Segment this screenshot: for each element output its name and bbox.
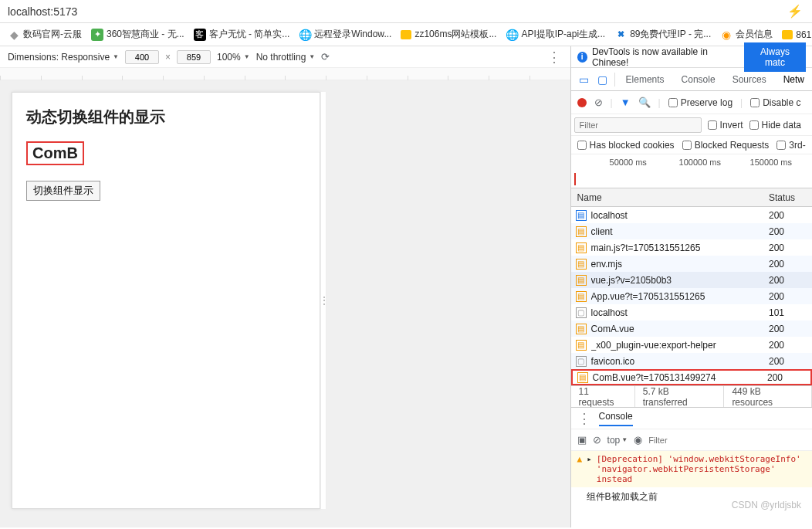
favicon-icon xyxy=(401,30,411,39)
request-status: 101 xyxy=(769,307,812,318)
height-input[interactable] xyxy=(177,50,211,64)
request-status: 200 xyxy=(769,356,812,367)
console-tab[interactable]: Console xyxy=(599,411,633,426)
record-icon[interactable] xyxy=(577,98,587,107)
third-party-checkbox[interactable]: 3rd- xyxy=(776,140,805,151)
bookmark-item[interactable]: 客客户无忧 - 简单实... xyxy=(189,26,295,42)
warning-icon: ▲ xyxy=(577,454,583,484)
search-icon[interactable]: 🔍 xyxy=(638,97,651,108)
request-name: favicon.ico xyxy=(591,356,769,367)
tab-console[interactable]: Console xyxy=(674,70,723,90)
network-row[interactable]: ▤main.js?t=1705131551265200 xyxy=(571,239,812,256)
request-status: 200 xyxy=(769,291,812,302)
info-text: DevTools is now available in Chinese! xyxy=(592,46,739,68)
blocked-req-checkbox[interactable]: Blocked Requests xyxy=(682,140,770,151)
bookmark-item[interactable]: 🌐API提取IP-api生成... xyxy=(501,26,610,42)
clear-icon[interactable]: ⊘ xyxy=(594,97,603,108)
bookmark-item[interactable]: 861 xyxy=(777,28,812,42)
network-row[interactable]: ▤localhost200 xyxy=(571,207,812,223)
request-name: main.js?t=1705131551265 xyxy=(591,242,769,253)
throttle-select[interactable]: No throttling▼ xyxy=(256,52,316,63)
bookmark-item[interactable]: 🌐远程登录Window... xyxy=(294,26,396,42)
file-icon: ▢ xyxy=(576,356,587,367)
filter-icon[interactable]: ▼ xyxy=(621,97,631,108)
network-row[interactable]: ▤ComB.vue?t=1705131499274200 xyxy=(571,369,812,385)
bookmark-item[interactable]: ◆数码官网-云服 xyxy=(3,26,86,42)
expand-icon[interactable]: ▸ xyxy=(587,454,592,484)
context-select[interactable]: top▼ xyxy=(607,435,628,446)
dimensions-select[interactable]: Dimensions: Responsive▼ xyxy=(8,52,119,63)
resize-handle[interactable]: ⋮ xyxy=(320,92,326,509)
console-log[interactable]: 组件B被加载之前 xyxy=(571,487,812,507)
request-status: 200 xyxy=(769,226,812,237)
bookmark-item[interactable]: ✖89免费代理IP - 完... xyxy=(610,26,716,42)
file-icon: ▤ xyxy=(576,226,587,237)
request-status: 200 xyxy=(769,340,812,351)
network-header: Name Status xyxy=(571,188,812,207)
bookmark-label: 远程登录Window... xyxy=(314,28,391,41)
bookmark-item[interactable]: ✦360智慧商业 - 无... xyxy=(86,26,189,42)
console-warning[interactable]: ▲ ▸ [Deprecation] 'window.webkitStorageI… xyxy=(571,451,812,487)
timeline[interactable]: 50000 ms 100000 ms 150000 ms xyxy=(571,154,812,188)
console-body: ▲ ▸ [Deprecation] 'window.webkitStorageI… xyxy=(571,450,812,507)
console-filter[interactable] xyxy=(648,436,806,445)
request-name: client xyxy=(591,226,769,237)
inspect-icon[interactable]: ▭ xyxy=(576,71,593,88)
favicon-icon: 🌐 xyxy=(299,29,311,41)
network-list: ▤localhost200▤client200▤main.js?t=170513… xyxy=(571,207,812,385)
bookmark-label: 89免费代理IP - 完... xyxy=(630,28,711,41)
network-toolbar: ⊘ | ▼ 🔍 | Preserve log | Disable c xyxy=(571,91,812,114)
rotate-icon[interactable]: ⟳ xyxy=(321,51,330,63)
bookmarks-bar: ◆数码官网-云服✦360智慧商业 - 无...客客户无忧 - 简单实...🌐远程… xyxy=(0,23,812,46)
disable-cache-checkbox[interactable]: Disable c xyxy=(750,97,800,108)
favicon-icon xyxy=(782,30,793,39)
network-row[interactable]: ▢localhost101 xyxy=(571,304,812,320)
console-clear-icon[interactable]: ⊘ xyxy=(593,434,601,446)
device-icon[interactable]: ▢ xyxy=(594,71,611,88)
toggle-button[interactable]: 切换组件显示 xyxy=(26,181,100,201)
request-name: localhost xyxy=(591,210,769,221)
request-name: ComA.vue xyxy=(591,324,769,334)
file-icon: ▤ xyxy=(576,324,587,334)
drawer-menu-icon[interactable]: ⋮ xyxy=(577,410,593,427)
network-row[interactable]: ▤_x00_plugin-vue:export-helper200 xyxy=(571,337,812,353)
bolt-icon[interactable]: ⚡ xyxy=(787,4,803,19)
info-button[interactable]: Always matc xyxy=(744,42,806,72)
favicon-icon: 🌐 xyxy=(506,29,518,41)
network-row[interactable]: ▤env.mjs200 xyxy=(571,256,812,272)
favicon-icon: ✦ xyxy=(91,29,103,41)
bookmark-item[interactable]: ◉会员信息 xyxy=(716,26,777,42)
bookmark-item[interactable]: zz106ms网站模板... xyxy=(396,26,501,42)
device-preview-pane: Dimensions: Responsive▼ × 100%▼ No throt… xyxy=(0,46,571,527)
address-bar[interactable]: localhost:5173 ⚡ xyxy=(0,0,812,23)
tab-network[interactable]: Netw xyxy=(776,70,812,90)
bookmark-label: 会员信息 xyxy=(736,28,773,41)
hide-data-checkbox[interactable]: Hide data xyxy=(749,120,801,131)
zoom-select[interactable]: 100%▼ xyxy=(217,52,250,63)
network-row[interactable]: ▢favicon.ico200 xyxy=(571,353,812,369)
devtools-panel: i DevTools is now available in Chinese! … xyxy=(571,46,812,527)
network-row[interactable]: ▤App.vue?t=1705131551265200 xyxy=(571,288,812,304)
network-row[interactable]: ▤ComA.vue200 xyxy=(571,320,812,337)
request-status: 200 xyxy=(769,210,812,221)
preserve-log-checkbox[interactable]: Preserve log xyxy=(668,97,732,108)
invert-checkbox[interactable]: Invert xyxy=(708,120,743,131)
width-input[interactable] xyxy=(125,50,159,64)
eye-icon[interactable]: ◉ xyxy=(634,434,642,446)
tab-sources[interactable]: Sources xyxy=(725,70,774,90)
network-footer: 11 requests 5.7 kB transferred 449 kB re… xyxy=(571,385,812,407)
tab-elements[interactable]: Elements xyxy=(618,70,672,90)
file-icon: ▢ xyxy=(576,307,587,318)
file-icon: ▤ xyxy=(577,372,588,383)
blocked-cookies-checkbox[interactable]: Has blocked cookies xyxy=(577,140,675,151)
favicon-icon: 客 xyxy=(194,29,206,41)
network-row[interactable]: ▤vue.js?v=2105b0b3200 xyxy=(571,272,812,288)
more-icon[interactable]: ⋮ xyxy=(547,49,563,66)
console-play-icon[interactable]: ▣ xyxy=(577,434,587,446)
filter-input[interactable] xyxy=(574,117,702,133)
favicon-icon: ◉ xyxy=(720,29,732,41)
file-icon: ▤ xyxy=(576,340,587,351)
filter-row: Invert Hide data xyxy=(571,114,812,136)
request-status: 200 xyxy=(769,242,812,253)
network-row[interactable]: ▤client200 xyxy=(571,223,812,239)
